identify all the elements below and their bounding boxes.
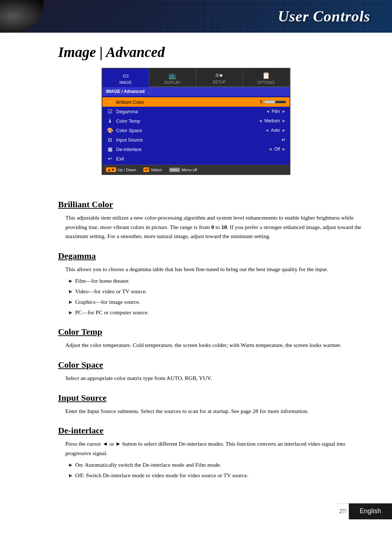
color-space-arrow-right: ► [282,128,286,133]
degamma-icon: ☑ [106,109,114,114]
bullet-arrow-graphics: ▶ [69,299,72,306]
select-icon: ↵ [143,167,149,172]
input-source-heading: Input Source [58,393,363,403]
bullet-pc-text: PC—for PC or computer source. [75,308,149,317]
degamma-value-text: Film [271,109,280,114]
tab-setup[interactable]: ≡● SETUP [196,69,243,86]
bullet-off: ▶Off: Switch De-interlace mode to video … [69,471,363,480]
brilliant-color-icon: 🔆 [106,99,114,105]
header-grid-decoration [157,0,392,33]
bullet-film: ▶Film—for home theater. [69,277,363,286]
input-source-icon: ⊟ [106,137,114,143]
color-temp-heading: Color Temp [58,327,363,337]
color-space-arrow-left: ◄ [265,128,269,133]
color-temp-arrow-right: ► [282,118,286,123]
tab-display-label: DISPLAY [164,81,181,85]
color-space-icon: 🎨 [106,127,114,133]
color-space-body: Select an appropriate color matrix type … [58,373,363,383]
page-title: Image | Advanced [58,44,392,61]
footer-menu-off: Menu Menu off [169,168,197,172]
brilliant-color-fill [265,101,275,103]
menu-tabs: ▭ IMAGE 📺 DISPLAY ≡● SETUP 📋 OPTIONS [102,69,290,87]
exit-icon: ↩ [106,156,114,162]
de-interlace-label: De-interlace [116,147,268,152]
bullet-video: ▶Video—for video or TV source. [69,287,363,296]
brilliant-color-label: Brilliant Color [116,99,260,105]
tab-options-label: OPTIONS [257,81,275,85]
tab-setup-icon: ≡● [215,71,223,79]
tab-image[interactable]: ▭ IMAGE [102,69,149,87]
tab-display[interactable]: 📺 DISPLAY [149,69,196,86]
footer-select: ↵ Select [143,167,162,172]
tab-setup-label: SETUP [213,80,226,84]
page-number: 27 [339,508,345,515]
bullet-on: ▶On: Automatically switch the De-interla… [69,461,363,470]
page-footer: 27/ English [0,503,392,519]
section-input-source: Input Source Enter the Input Source subm… [58,393,363,416]
page-number-slash: 27/ [337,503,349,519]
brilliant-color-body: This adjustable item utilizes a new colo… [58,213,363,241]
tab-image-icon: ▭ [123,71,129,79]
section-degamma: Degamma This allows you to choose a dega… [58,251,363,317]
menu-item-brilliant-color[interactable]: 🔆 Brilliant Color 5 [102,97,290,107]
menu-footer: ▲▼ Up / Down ↵ Select Menu Menu off [102,165,290,174]
de-interlace-value: ◄ Off ► [268,147,286,152]
de-interlace-arrow-left: ◄ [268,147,272,152]
de-interlace-icon: ▦ [106,146,114,152]
color-temp-arrow-left: ◄ [258,118,263,123]
menu-breadcrumb: IMAGE / Advanced [102,87,290,96]
degamma-body: This allows you to choose a degamma tabl… [58,265,363,317]
menu-item-de-interlace[interactable]: ▦ De-interlace ◄ Off ► [102,144,290,154]
degamma-value: ◄ Film ► [266,109,286,114]
de-interlace-body: Press the cursor ◄ or ► button to select… [58,439,363,480]
section-brilliant-color: Brilliant Color This adjustable item uti… [58,200,363,241]
menu-item-degamma[interactable]: ☑ Degamma ◄ Film ► [102,107,290,116]
menu-item-color-space[interactable]: 🎨 Color Space ◄ Auto ► [102,126,290,135]
language-label: English [360,507,381,515]
menu-off-label: Menu off [181,168,197,172]
brilliant-color-value: 5 [260,99,286,105]
updown-label: Up / Down [118,168,136,172]
tab-display-icon: 📺 [168,71,176,79]
bullet-graphics-text: Graphics—for image source. [75,298,140,307]
select-label: Select [151,168,162,172]
page-number-area: 27/ English [337,503,392,519]
language-badge: English [349,503,392,519]
bullet-off-text: Off: Switch De-interlace mode to video m… [75,471,248,480]
section-de-interlace: De-interlace Press the cursor ◄ or ► but… [58,426,363,480]
de-interlace-heading: De-interlace [58,426,363,436]
updown-icon: ▲▼ [106,167,116,172]
bullet-arrow-video: ▶ [69,288,72,295]
tab-options-icon: 📋 [262,71,270,79]
bullet-graphics: ▶Graphics—for image source. [69,298,363,307]
menu-icon: Menu [169,168,180,172]
degamma-label: Degamma [116,109,266,114]
menu-item-color-temp[interactable]: 🌡 Color Temp ◄ Medium ► [102,116,290,126]
brilliant-color-slider [264,101,286,103]
color-temp-label: Color Temp [116,118,258,124]
header-bar: User Controls [0,0,392,33]
bullet-arrow-pc: ▶ [69,309,72,316]
bullet-arrow-film: ▶ [69,278,72,285]
brilliant-color-text: This adjustable item utilizes a new colo… [65,213,363,241]
footer-updown: ▲▼ Up / Down [106,167,136,172]
de-interlace-arrow-right: ► [282,147,286,152]
menu-items-list: 🔆 Brilliant Color 5 ☑ Degamma ◄ Film ► [102,96,290,165]
menu-item-exit[interactable]: ↩ Exit [102,154,290,163]
bullet-film-text: Film—for home theater. [75,277,130,286]
bullet-pc: ▶PC—for PC or computer source. [69,308,363,317]
tab-options[interactable]: 📋 OPTIONS [243,69,290,86]
input-source-value: ↵ [282,137,286,143]
section-color-space: Color Space Select an appropriate color … [58,360,363,383]
de-interlace-text: Press the cursor ◄ or ► button to select… [65,439,363,458]
bullet-video-text: Video—for video or TV source. [75,287,147,296]
exit-label: Exit [116,156,124,162]
color-space-label: Color Space [116,128,265,133]
color-temp-value: ◄ Medium ► [258,118,286,123]
degamma-bullets: ▶Film—for home theater. ▶Video—for video… [65,277,363,317]
degamma-heading: Degamma [58,251,363,261]
color-space-text: Select an appropriate color matrix type … [65,373,363,383]
section-color-temp: Color Temp Adjust the color temperature.… [58,327,363,350]
menu-item-input-source[interactable]: ⊟ Input Source ↵ [102,135,290,144]
degamma-arrow-right: ► [282,109,286,114]
